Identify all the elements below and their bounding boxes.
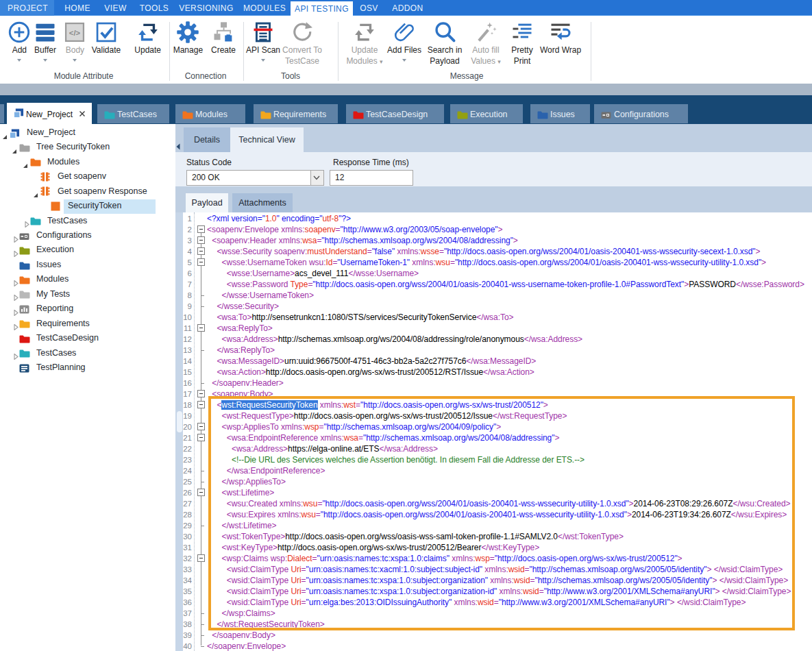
svg-text:</>: </> [69,29,81,37]
